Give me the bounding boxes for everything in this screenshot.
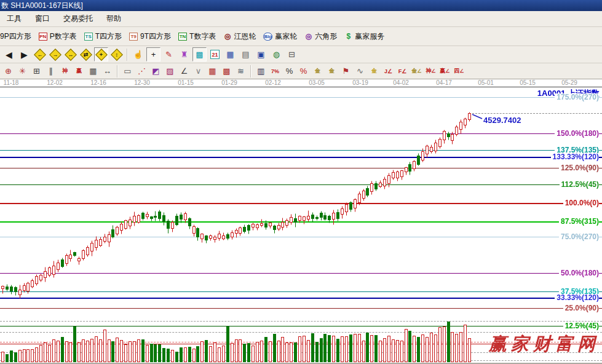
shen-angle-icon[interactable]: 神∠ (424, 65, 437, 77)
date-tick: 12-30 (134, 79, 150, 87)
hand-tool-icon[interactable]: ☝ (131, 47, 145, 61)
speed-lines-icon[interactable]: ≋ (234, 65, 247, 77)
gold-mark-icon[interactable]: 金 (368, 65, 381, 77)
gann-label: 150.0%(180) (555, 130, 599, 138)
toolbar-app-t-square[interactable]: TST四方形 (84, 31, 122, 42)
toolbar-app-9p-square[interactable]: 9P9P四方形 (0, 31, 31, 42)
j-angle-icon[interactable]: J∠ (382, 65, 395, 77)
scale-list-icon[interactable]: ▥ (255, 65, 267, 77)
kline-chart-area[interactable]: 1A0001 上证指数 4529.7402 赢家财富网 175.0%(270)1… (0, 87, 602, 364)
menu-item-tools[interactable]: 工具 (0, 11, 28, 26)
fan-lines-icon[interactable]: ⋰ (135, 65, 148, 77)
window-title: 数 SH1A0001-167日K线] (1, 1, 83, 10)
date-axis: 11-1812-0212-1612-3001-1501-2902-1203-05… (0, 79, 602, 87)
kline-chart-canvas[interactable] (0, 87, 602, 364)
toolbar-navigation: ◀▶←→↔⇄+↕☝+✎♜▩21▦▤▣◍⊟ (0, 46, 602, 63)
t-number-table-icon: TN (178, 33, 187, 41)
full-view-icon[interactable]: ↕ (109, 47, 124, 61)
ruler-icon[interactable]: ∥ (44, 65, 57, 77)
p-number-table-icon: PN (39, 33, 47, 41)
gann-label: 87.5%(315) (559, 218, 599, 226)
winner-service-label: 赢家服务 (355, 31, 384, 42)
date-tick: 03-05 (309, 79, 325, 87)
page-left-icon[interactable]: ◀ (2, 47, 16, 61)
date-tick: 01-29 (221, 79, 237, 87)
page-right-icon[interactable]: ▶ (17, 47, 31, 61)
calculator-icon[interactable]: ▦ (223, 47, 237, 61)
print-icon[interactable]: ⊟ (285, 47, 299, 61)
toolbar-app-winner-wheel[interactable]: Big赢家轮 (263, 31, 297, 42)
date-tick: 03-19 (352, 79, 368, 87)
menu-item-help[interactable]: 帮助 (100, 11, 128, 26)
t-number-table-label: T数字表 (189, 31, 216, 42)
grid-target-icon[interactable]: ⊞ (30, 65, 43, 77)
toolbar-app-t-number-table[interactable]: TNT数字表 (178, 31, 216, 42)
flag-icon[interactable]: ⚑ (339, 65, 352, 77)
hash-grid-icon[interactable]: ▦ (87, 65, 100, 77)
box-select-icon[interactable]: ▭ (121, 65, 134, 77)
watermark: 赢家财富网 (489, 332, 600, 357)
toolbar-app-p-number-table[interactable]: PNP数字表 (39, 31, 77, 42)
toolbar-separator (117, 65, 118, 77)
compress-h-icon[interactable]: ⇄ (79, 47, 93, 61)
9t-square-icon: T9 (129, 33, 138, 41)
date-tick: 04-02 (393, 79, 409, 87)
gann-label: 100.0%(0) (563, 199, 599, 207)
date-tick: 11-18 (4, 79, 19, 87)
shen-grid-icon[interactable]: 神 (58, 65, 71, 77)
date-tick: 02-12 (265, 79, 281, 87)
gold-angle-icon[interactable]: 金∠ (410, 65, 423, 77)
menu-item-window[interactable]: 窗口 (28, 11, 57, 26)
gann-label: 50.0%(180) (559, 269, 599, 277)
shade-box-icon[interactable]: ▨ (164, 65, 176, 77)
hexagon-label: 六角形 (315, 31, 337, 42)
report-icon[interactable]: ▤ (239, 47, 253, 61)
gann-star-icon[interactable]: ✳ (16, 65, 29, 77)
price-grid-icon[interactable]: ▦ (206, 65, 219, 77)
stamp-tool-icon[interactable]: ♜ (177, 47, 191, 61)
price-annotation: 4529.7402 (483, 116, 521, 125)
zoom-reset-icon[interactable]: + (94, 47, 108, 61)
gann-compass-icon[interactable]: ⊕ (2, 65, 15, 77)
toolbar-app-9t-square[interactable]: T99T四方形 (129, 31, 171, 42)
date-tick: 05-29 (561, 79, 577, 87)
f-angle-icon[interactable]: F∠ (396, 65, 409, 77)
width-measure-icon[interactable]: ↔ (101, 65, 114, 77)
save-icon[interactable]: ▣ (254, 47, 268, 61)
percent-icon[interactable]: % (283, 65, 296, 77)
angle-line-icon[interactable]: ∠ (178, 65, 191, 77)
9p-square-label: 9P四方形 (0, 31, 31, 42)
date-tick: 01-15 (178, 79, 194, 87)
toolbar-separator (250, 65, 251, 77)
gold-circle-icon[interactable]: 金 (311, 65, 324, 77)
si-angle-icon[interactable]: 四∠ (453, 65, 465, 77)
web-export-icon[interactable]: ◍ (269, 47, 283, 61)
trendline-tool-icon[interactable]: ✎ (162, 47, 176, 61)
time-grid-icon[interactable]: ▩ (220, 65, 233, 77)
toolbar-app-winner-service[interactable]: $赢家服务 (344, 31, 384, 42)
ying-angle-icon[interactable]: 赢∠ (438, 65, 451, 77)
seven-percent-icon[interactable]: 7% (269, 65, 282, 77)
t-square-icon: TS (84, 33, 93, 41)
toolbar-app-gann-wheel[interactable]: ◎江恩轮 (223, 31, 256, 42)
ying-grid-icon[interactable]: 赢 (73, 65, 85, 77)
toolbar-separator (127, 49, 128, 61)
gold-line-icon[interactable]: 金 (325, 65, 338, 77)
gann-label: 112.5%(45) (560, 181, 599, 189)
scroll-left-icon[interactable]: ← (33, 47, 47, 61)
fan-box-icon[interactable]: ◩ (149, 65, 162, 77)
gann-label: 33.33%(120) (555, 294, 599, 302)
expand-h-icon[interactable]: ↔ (63, 47, 77, 61)
zigzag-icon[interactable]: ∨ (192, 65, 205, 77)
pattern-tool-icon[interactable]: ▩ (192, 47, 207, 61)
scroll-right-icon[interactable]: → (48, 47, 62, 61)
toolbar-app-hexagon[interactable]: ◎六角形 (304, 31, 337, 42)
wave-icon[interactable]: ∿ (354, 65, 366, 77)
menu-item-trade-entrust[interactable]: 交易委托 (57, 11, 100, 26)
toolbar-drawing-tools: ⊕✳⊞∥神赢▦↔▭⋰◩▨∠∨▦▩≋▥7%%%金金⚑∿金J∠F∠金∠神∠赢∠四∠ (0, 63, 602, 79)
gann-wheel-icon: ◎ (223, 33, 231, 41)
gann-label: 75.0%(270) (559, 233, 599, 241)
calendar-icon[interactable]: 21 (208, 47, 222, 61)
percent-line-icon[interactable]: % (297, 65, 310, 77)
crosshair-tool-icon[interactable]: + (146, 47, 160, 61)
